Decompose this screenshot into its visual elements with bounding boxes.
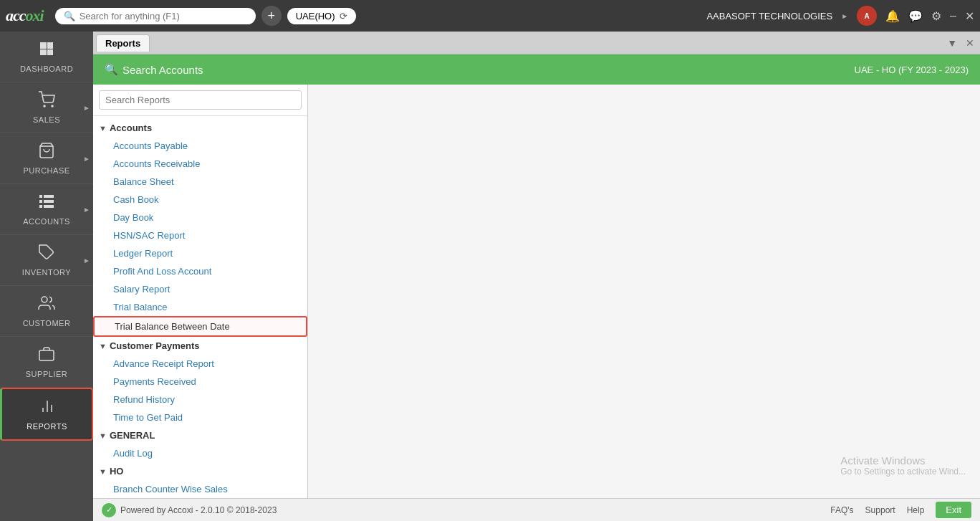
faqs-link[interactable]: FAQ's — [830, 505, 853, 515]
inventory-arrow-icon: ► — [83, 257, 90, 264]
ho-collapse-icon: ▼ — [99, 467, 107, 476]
tree-item-advance-receipt[interactable]: Advance Receipt Report — [93, 355, 307, 373]
tree-category-ho[interactable]: ▼ HO — [93, 462, 307, 480]
refresh-icon[interactable]: ⟳ — [340, 11, 347, 21]
tab-dropdown-button[interactable]: ▼ — [944, 36, 960, 50]
accounts-collapse-icon: ▼ — [99, 124, 107, 133]
tab-close-button[interactable]: ✕ — [963, 36, 977, 50]
support-link[interactable]: Support — [865, 505, 895, 515]
customer-icon — [38, 295, 55, 316]
topbar: accoxi 🔍 + UAE(HO) ⟳ AABASOFT TECHNOLOGI… — [0, 0, 980, 32]
search-icon: 🔍 — [64, 11, 75, 21]
footer-right: FAQ's Support Help Exit — [830, 502, 971, 518]
page-header-right: UAE - HO (FY 2023 - 2023) — [855, 64, 969, 75]
tree-item-branch-counter-wise-sales[interactable]: Branch Counter Wise Sales — [93, 480, 307, 498]
sidebar-label-customer: CUSTOMER — [23, 319, 71, 328]
exit-button[interactable]: Exit — [936, 502, 971, 518]
svg-rect-1 — [47, 42, 53, 49]
svg-rect-15 — [39, 350, 54, 360]
svg-rect-12 — [44, 205, 54, 208]
global-search-bar[interactable]: 🔍 — [55, 8, 256, 24]
general-collapse-icon: ▼ — [99, 431, 107, 440]
tree-items-customer-payments: Advance Receipt Report Payments Received… — [93, 355, 307, 426]
content-area: Reports ▼ ✕ 🔍 Search Accounts UAE - HO (… — [93, 32, 980, 521]
tree-item-trial-balance-date[interactable]: Trial Balance Between Date — [93, 316, 307, 337]
tree-item-salary-report[interactable]: Salary Report — [93, 280, 307, 298]
tree-item-refund-history[interactable]: Refund History — [93, 391, 307, 408]
sidebar-item-inventory[interactable]: INVENTORY ► — [0, 235, 93, 286]
bell-icon[interactable]: 🔔 — [885, 9, 900, 23]
tree-item-hsn-sac[interactable]: HSN/SAC Report — [93, 226, 307, 244]
svg-point-14 — [42, 297, 47, 302]
tree-category-accounts[interactable]: ▼ Accounts — [93, 119, 307, 137]
minimize-icon[interactable]: – — [950, 9, 956, 22]
tree-item-balance-sheet[interactable]: Balance Sheet — [93, 173, 307, 191]
tree-item-time-to-get-paid[interactable]: Time to Get Paid — [93, 408, 307, 426]
tree-panel: ▼ Accounts Accounts Payable Accounts Rec… — [93, 85, 308, 498]
svg-rect-9 — [39, 205, 42, 208]
header-title-text: Search Accounts — [123, 64, 203, 76]
triangle-icon: ► — [841, 12, 848, 20]
sidebar-item-reports[interactable]: REPORTS — [0, 388, 93, 441]
purchase-arrow-icon: ► — [83, 155, 90, 163]
tab-reports[interactable]: Reports — [96, 34, 150, 52]
help-link[interactable]: Help — [907, 505, 925, 515]
tree-category-general-label: GENERAL — [110, 430, 155, 441]
sidebar-label-dashboard: DASHBOARD — [20, 64, 73, 73]
app-logo: accoxi — [6, 6, 44, 25]
tree-item-accounts-receivable[interactable]: Accounts Receivable — [93, 155, 307, 173]
tree-items-accounts: Accounts Payable Accounts Receivable Bal… — [93, 137, 307, 337]
page-header: 🔍 Search Accounts UAE - HO (FY 2023 - 20… — [93, 54, 980, 85]
tree-search-input[interactable] — [99, 90, 302, 110]
svg-rect-11 — [44, 200, 54, 203]
sidebar: DASHBOARD SALES ► PURCHASE ► ACCOUNTS ► — [0, 32, 93, 521]
tree-item-audit-log[interactable]: Audit Log — [93, 444, 307, 462]
tree-category-ho-label: HO — [110, 466, 124, 477]
sidebar-item-sales[interactable]: SALES ► — [0, 82, 93, 133]
page-header-title: 🔍 Search Accounts — [105, 63, 203, 76]
footer-brand-icon: ✓ — [102, 503, 116, 517]
sales-icon — [38, 91, 55, 113]
tab-bar: Reports ▼ ✕ — [93, 32, 980, 54]
watermark-text: Activate Windows Go to Settings to activ… — [840, 454, 966, 477]
tree-category-customer-payments[interactable]: ▼ Customer Payments — [93, 337, 307, 355]
company-full-name: AABASOFT TECHNOLOGIES — [706, 11, 832, 21]
svg-point-5 — [52, 105, 53, 107]
tree-item-payments-received[interactable]: Payments Received — [93, 373, 307, 391]
tree-item-profit-loss[interactable]: Profit And Loss Account — [93, 262, 307, 280]
chat-icon[interactable]: 💬 — [908, 9, 923, 23]
sidebar-label-reports: REPORTS — [27, 422, 67, 431]
accounts-arrow-icon: ► — [83, 206, 90, 214]
tab-controls: ▼ ✕ — [944, 36, 977, 50]
supplier-icon — [38, 345, 55, 367]
purchase-icon — [38, 142, 55, 163]
tree-category-accounts-label: Accounts — [110, 123, 152, 133]
global-search-input[interactable] — [80, 11, 247, 21]
tree-item-trial-balance[interactable]: Trial Balance — [93, 298, 307, 316]
dashboard-icon — [38, 40, 55, 62]
tree-search-area — [93, 85, 307, 116]
reports-body: ▼ Accounts Accounts Payable Accounts Rec… — [93, 85, 980, 498]
tab-reports-label: Reports — [105, 38, 140, 49]
customer-payments-collapse-icon: ▼ — [99, 342, 107, 350]
sidebar-item-customer[interactable]: CUSTOMER — [0, 286, 93, 337]
close-icon[interactable]: ✕ — [965, 9, 974, 23]
sidebar-label-purchase: PURCHASE — [23, 166, 69, 175]
sidebar-item-dashboard[interactable]: DASHBOARD — [0, 32, 93, 82]
tree-category-general[interactable]: ▼ GENERAL — [93, 426, 307, 444]
tree-category-customer-payments-label: Customer Payments — [110, 340, 200, 351]
sidebar-item-purchase[interactable]: PURCHASE ► — [0, 133, 93, 184]
sidebar-item-supplier[interactable]: SUPPLIER — [0, 337, 93, 388]
accounts-icon — [38, 193, 55, 214]
company-name: UAE(HO) — [296, 11, 335, 21]
footer-powered-by: Powered by Accoxi - 2.0.10 © 2018-2023 — [120, 505, 277, 515]
tree-item-ledger-report[interactable]: Ledger Report — [93, 244, 307, 262]
tree-item-accounts-payable[interactable]: Accounts Payable — [93, 137, 307, 155]
tree-item-day-book[interactable]: Day Book — [93, 209, 307, 226]
main-layout: DASHBOARD SALES ► PURCHASE ► ACCOUNTS ► — [0, 32, 980, 521]
company-selector[interactable]: UAE(HO) ⟳ — [287, 8, 356, 24]
sidebar-item-accounts[interactable]: ACCOUNTS ► — [0, 184, 93, 235]
tree-item-cash-book[interactable]: Cash Book — [93, 191, 307, 209]
add-button[interactable]: + — [261, 6, 282, 26]
settings-icon[interactable]: ⚙ — [931, 9, 941, 23]
